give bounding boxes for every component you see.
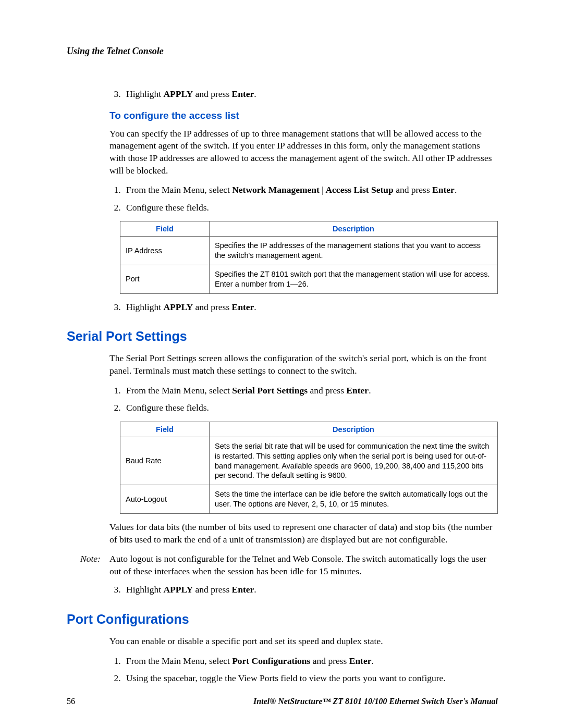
step-text: . [455, 184, 457, 195]
serial-field-table: Field Description Baud Rate Sets the ser… [120, 422, 498, 514]
step-text: . [254, 584, 256, 595]
col-description: Description [210, 422, 498, 437]
table-row: Baud Rate Sets the serial bit rate that … [120, 437, 498, 485]
portconf-steps: From the Main Menu, select Port Configur… [109, 655, 498, 685]
step-text: From the Main Menu, select [126, 656, 232, 666]
step-text: and press [394, 184, 432, 195]
table-header-row: Field Description [120, 221, 498, 237]
menu-path: Serial Port Settings [232, 385, 308, 396]
step-item: Highlight APPLY and press Enter. [123, 584, 498, 596]
paragraph: You can specify the IP addresses of up t… [109, 128, 498, 177]
apply-keyword: APPLY [163, 89, 193, 99]
step-item: From the Main Menu, select Serial Port S… [123, 385, 498, 397]
cell-field: Auto-Logout [120, 485, 210, 514]
access-field-table: Field Description IP Address Specifies t… [120, 221, 498, 293]
note-text: Auto logout is not configurable for the … [109, 553, 498, 577]
apply-keyword: APPLY [163, 584, 193, 595]
step-text: and press [193, 89, 231, 99]
note-block: Note: Auto logout is not configurable fo… [80, 553, 498, 577]
step-text: Highlight [126, 302, 163, 312]
table-row: IP Address Specifies the IP addresses of… [120, 237, 498, 265]
running-header: Using the Telnet Console [67, 46, 498, 57]
step-item: Highlight APPLY and press Enter. [123, 301, 498, 314]
enter-keyword: Enter [232, 584, 254, 595]
col-field: Field [120, 422, 210, 437]
step-text: From the Main Menu, select [126, 385, 232, 396]
serial-steps: From the Main Menu, select Serial Port S… [109, 385, 498, 414]
enter-keyword: Enter [432, 184, 455, 195]
step-text: . [372, 656, 374, 666]
serial-steps-cont: Highlight APPLY and press Enter. [109, 584, 498, 596]
step-item: Highlight APPLY and press Enter. [123, 88, 498, 101]
cell-description: Specifies the ZT 8101 switch port that t… [210, 265, 498, 294]
access-steps: From the Main Menu, select Network Manag… [109, 184, 498, 214]
cell-description: Sets the serial bit rate that will be us… [210, 437, 498, 485]
step-text: and press [308, 385, 346, 396]
table-row: Port Specifies the ZT 8101 switch port t… [120, 265, 498, 294]
enter-keyword: Enter [232, 89, 254, 99]
menu-path: Network Management | Access List Setup [232, 184, 394, 195]
menu-path: Port Configurations [232, 656, 310, 666]
page-body: Highlight APPLY and press Enter. To conf… [67, 88, 498, 685]
step-text: and press [310, 656, 349, 666]
step-item: Configure these fields. [123, 202, 498, 214]
step-item: Using the spacebar, toggle the View Port… [123, 672, 498, 685]
step-item: From the Main Menu, select Port Configur… [123, 655, 498, 668]
cell-description: Sets the time the interface can be idle … [210, 485, 498, 514]
cell-field: Port [120, 265, 210, 294]
apply-keyword: APPLY [163, 302, 193, 312]
step-text: and press [193, 302, 231, 312]
step-text: . [254, 302, 256, 312]
step-text: From the Main Menu, select [126, 184, 232, 195]
paragraph: The Serial Port Settings screen allows t… [109, 352, 498, 377]
table-header-row: Field Description [120, 422, 498, 437]
step-text: . [254, 89, 256, 99]
page-footer: 56 Intel® NetStructure™ ZT 8101 10/100 E… [67, 697, 498, 706]
table-row: Auto-Logout Sets the time the interface … [120, 485, 498, 514]
step-text: Highlight [126, 89, 163, 99]
note-label: Note: [80, 553, 109, 577]
step-text: Highlight [126, 584, 163, 595]
cell-field: Baud Rate [120, 437, 210, 485]
step-text: . [369, 385, 371, 396]
paragraph: Values for data bits (the number of bits… [109, 521, 498, 546]
cell-field: IP Address [120, 237, 210, 265]
document-page: Using the Telnet Console Highlight APPLY… [0, 0, 563, 728]
step-item: Configure these fields. [123, 402, 498, 414]
access-steps-cont: Highlight APPLY and press Enter. [109, 301, 498, 314]
page-number: 56 [67, 697, 75, 706]
step-text: and press [193, 584, 231, 595]
section-port-configurations: Port Configurations [67, 612, 498, 627]
paragraph: You can enable or disable a specific por… [109, 635, 498, 648]
enter-keyword: Enter [232, 302, 254, 312]
cell-description: Specifies the IP addresses of the manage… [210, 237, 498, 265]
enter-keyword: Enter [346, 385, 369, 396]
section-serial-port-settings: Serial Port Settings [67, 329, 498, 344]
col-description: Description [210, 221, 498, 237]
step-item: From the Main Menu, select Network Manag… [123, 184, 498, 196]
manual-title: Intel® NetStructure™ ZT 8101 10/100 Ethe… [253, 697, 498, 706]
enter-keyword: Enter [349, 656, 372, 666]
subheading-access-list: To configure the access list [109, 110, 498, 121]
intro-steps: Highlight APPLY and press Enter. [109, 88, 498, 101]
col-field: Field [120, 221, 210, 237]
